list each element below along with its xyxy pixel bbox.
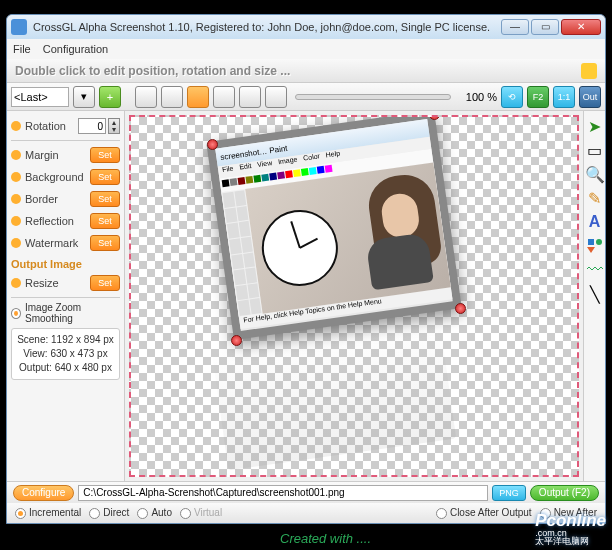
mode-direct[interactable]: Direct	[89, 507, 129, 519]
close-button[interactable]: ✕	[561, 19, 601, 35]
line-tool-icon[interactable]: ╲	[586, 285, 604, 303]
set-border-button[interactable]: Set	[90, 191, 120, 207]
output-button[interactable]: Output (F2)	[530, 485, 599, 501]
bullet-icon	[11, 121, 21, 131]
configure-button[interactable]: Configure	[13, 485, 74, 501]
prop-watermark[interactable]: WatermarkSet	[11, 232, 120, 254]
zoom-tool-icon[interactable]: 🔍	[586, 165, 604, 183]
zoom-percent: 100 %	[459, 91, 497, 103]
pencil-tool-icon[interactable]: ✎	[586, 189, 604, 207]
menu-bar: File Configuration	[7, 39, 605, 59]
prop-rotation[interactable]: Rotation ▴▾	[11, 115, 120, 137]
prop-background[interactable]: BackgroundSet	[11, 166, 120, 188]
crop-tool-icon[interactable]: ▭	[586, 141, 604, 159]
prop-border[interactable]: BorderSet	[11, 188, 120, 210]
output-path[interactable]: C:\CrossGL-Alpha-Screnshot\Captured\scre…	[78, 485, 488, 501]
zoom-smoothing-check[interactable]: Image Zoom Smoothing	[11, 302, 120, 324]
size-info: Scene: 1192 x 894 px View: 630 x 473 px …	[11, 328, 120, 380]
tool-btn-2[interactable]	[161, 86, 183, 108]
oneone-button[interactable]: 1:1	[553, 86, 575, 108]
rotation-input[interactable]	[78, 118, 106, 134]
titlebar[interactable]: CrossGL Alpha Screenshot 1.10, Registere…	[7, 15, 605, 39]
add-preset-button[interactable]: +	[99, 86, 121, 108]
mode-virtual[interactable]: Virtual	[180, 507, 222, 519]
out-button[interactable]: Out	[579, 86, 601, 108]
preset-select[interactable]	[11, 87, 69, 107]
transform-handle-tl[interactable]	[207, 139, 218, 150]
mode-incremental[interactable]: Incremental	[15, 507, 81, 519]
app-window: CrossGL Alpha Screenshot 1.10, Registere…	[6, 14, 606, 524]
preset-down-button[interactable]: ▾	[73, 86, 95, 108]
app-icon	[11, 19, 27, 35]
embedded-image	[245, 163, 451, 314]
tool-btn-6[interactable]	[265, 86, 287, 108]
spin-buttons[interactable]: ▴▾	[108, 118, 120, 134]
person-graphic	[347, 171, 447, 292]
format-button[interactable]: PNG	[492, 485, 526, 501]
output-image-title: Output Image	[11, 258, 120, 270]
set-watermark-button[interactable]: Set	[90, 235, 120, 251]
prop-resize[interactable]: ResizeSet	[11, 272, 120, 294]
reflection-graphic	[212, 320, 456, 471]
svg-marker-2	[587, 247, 595, 253]
set-margin-button[interactable]: Set	[90, 147, 120, 163]
minimize-button[interactable]: —	[501, 19, 529, 35]
prop-margin[interactable]: MarginSet	[11, 144, 120, 166]
window-title: CrossGL Alpha Screenshot 1.10, Registere…	[33, 21, 501, 33]
main-toolbar: ▾ + 100 % ⟲ F2 1:1 Out	[7, 83, 605, 111]
embedded-screenshot[interactable]: screenshot… Paint FileEditViewImageColor…	[206, 115, 462, 340]
set-resize-button[interactable]: Set	[90, 275, 120, 291]
properties-panel: Rotation ▴▾ MarginSet BackgroundSet Bord…	[7, 111, 125, 481]
prop-reflection[interactable]: ReflectionSet	[11, 210, 120, 232]
transform-handle-bl[interactable]	[231, 335, 242, 346]
svg-point-1	[596, 239, 602, 245]
menu-configuration[interactable]: Configuration	[43, 43, 108, 55]
tool-btn-3[interactable]	[187, 86, 209, 108]
text-tool-icon[interactable]: A	[586, 213, 604, 231]
hint-bar: Double click to edit position, rotation …	[7, 59, 605, 83]
close-after-output[interactable]: Close After Output	[436, 507, 532, 519]
svg-rect-0	[588, 239, 594, 245]
menu-file[interactable]: File	[13, 43, 31, 55]
watermark-text: Created with ....	[280, 531, 371, 546]
output-bar: Configure C:\CrossGL-Alpha-Screnshot\Cap…	[7, 481, 605, 503]
transform-handle-br[interactable]	[455, 303, 466, 314]
tool-btn-4[interactable]	[213, 86, 235, 108]
tool-btn-1[interactable]	[135, 86, 157, 108]
marker-tool-icon[interactable]: 〰	[586, 261, 604, 279]
preview-canvas[interactable]: screenshot… Paint FileEditViewImageColor…	[129, 115, 579, 477]
f2-button[interactable]: F2	[527, 86, 549, 108]
zoom-slider[interactable]	[295, 94, 451, 100]
set-reflection-button[interactable]: Set	[90, 213, 120, 229]
reset-view-button[interactable]: ⟲	[501, 86, 523, 108]
hint-text: Double click to edit position, rotation …	[15, 64, 290, 78]
set-background-button[interactable]: Set	[90, 169, 120, 185]
shapes-tool-icon[interactable]	[586, 237, 604, 255]
maximize-button[interactable]: ▭	[531, 19, 559, 35]
pointer-tool-icon[interactable]: ➤	[586, 117, 604, 135]
mode-auto[interactable]: Auto	[137, 507, 172, 519]
clock-graphic	[257, 205, 343, 291]
status-bar: Incremental Direct Auto Virtual Close Af…	[7, 503, 605, 523]
bell-icon[interactable]	[581, 63, 597, 79]
tool-btn-5[interactable]	[239, 86, 261, 108]
site-logo: Pconline.com.cn 太平洋电脑网	[535, 511, 606, 548]
right-toolbar: ➤ ▭ 🔍 ✎ A 〰 ╲	[583, 111, 605, 481]
